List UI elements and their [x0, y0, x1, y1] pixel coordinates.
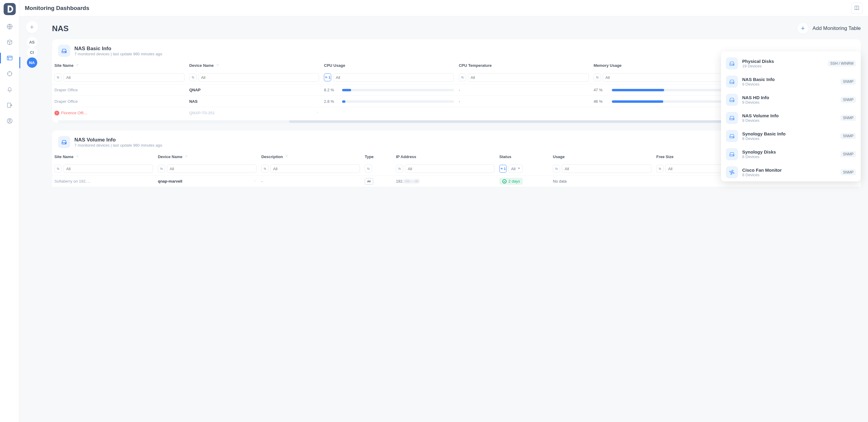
dropdown-item[interactable]: NAS Volume Info9 DevicesSNMP — [721, 109, 861, 127]
export-icon[interactable] — [5, 101, 14, 109]
dashboard-tabs: + ASCINA — [19, 16, 45, 422]
protocol-tag: SSH / WINRM — [828, 61, 856, 66]
protocol-tag: SNMP — [840, 78, 856, 85]
add-dashboard-button[interactable]: + — [26, 21, 38, 33]
protocol-tag: SNMP — [840, 133, 856, 139]
col-header[interactable]: Site Name — [55, 63, 73, 68]
filter-input[interactable] — [270, 164, 360, 173]
dropdown-subtitle: 9 Devices — [742, 118, 836, 123]
col-header[interactable]: Device Name — [189, 63, 214, 68]
dropdown-item[interactable]: Physical Disks19 DevicesSSH / WINRM — [721, 55, 861, 72]
dropdown-subtitle: 8 Devices — [742, 173, 836, 177]
col-header[interactable]: Usage — [553, 155, 565, 159]
sort-button[interactable] — [261, 165, 269, 173]
dropdown-title: Synology Basic Info — [742, 131, 836, 136]
sort-button[interactable] — [158, 165, 165, 173]
app-logo[interactable] — [4, 3, 16, 15]
panel-title: NAS Basic Info — [74, 46, 162, 52]
svg-point-11 — [733, 64, 734, 65]
filter-input[interactable] — [63, 73, 185, 82]
svg-point-21 — [733, 155, 734, 155]
sort-button[interactable] — [459, 73, 466, 81]
sort-button[interactable]: 1 — [499, 165, 506, 173]
dropdown-subtitle: 8 Devices — [742, 136, 836, 141]
filter-input[interactable] — [468, 73, 589, 82]
pin-icon[interactable] — [185, 155, 188, 159]
svg-point-4 — [9, 120, 10, 121]
drive-icon — [726, 148, 738, 160]
book-icon[interactable] — [851, 2, 863, 14]
filter-input[interactable] — [63, 164, 153, 173]
bell-icon[interactable] — [5, 85, 14, 94]
chevron-right-icon — [315, 111, 319, 115]
topbar: Monitoring Dashboards — [19, 0, 868, 16]
add-monitoring-table-button[interactable]: + Add Monitoring Table — [798, 23, 861, 34]
sort-button[interactable] — [55, 165, 62, 173]
tab-as[interactable]: AS — [27, 37, 37, 47]
user-icon[interactable] — [5, 117, 14, 125]
cube-icon[interactable] — [5, 38, 14, 46]
dropdown-item[interactable]: Cisco Fan Monitor8 DevicesSNMP — [721, 163, 861, 182]
svg-point-17 — [733, 119, 734, 119]
pin-icon[interactable] — [76, 155, 80, 159]
sort-button[interactable] — [594, 73, 601, 81]
col-header[interactable]: Free Size — [656, 155, 674, 159]
pin-icon[interactable] — [76, 63, 80, 68]
dropdown-item[interactable]: NAS Basic Info9 DevicesSNMP — [721, 72, 861, 91]
panel-subtitle: 7 monitored devices | last update 960 mi… — [74, 143, 162, 148]
dashboard-icon[interactable] — [5, 54, 14, 62]
col-header[interactable]: Device Name — [158, 155, 182, 159]
protocol-tag: SNMP — [840, 97, 856, 103]
sort-button[interactable] — [365, 165, 372, 173]
col-header[interactable]: Memory Usage — [594, 63, 621, 68]
filter-input[interactable] — [198, 73, 319, 82]
filter-input[interactable] — [333, 73, 454, 82]
col-header[interactable]: Site Name — [55, 155, 73, 159]
svg-point-7 — [65, 52, 66, 52]
sort-button[interactable] — [396, 165, 403, 173]
dropdown-item[interactable]: Synology Basic Info8 DevicesSNMP — [721, 127, 861, 145]
dropdown-title: Physical Disks — [742, 59, 824, 64]
target-icon[interactable] — [5, 69, 14, 78]
device-type-icon: AV — [365, 178, 373, 185]
status-badge: 2 days — [499, 178, 523, 185]
dropdown-title: Synology Disks — [742, 149, 836, 155]
filter-input[interactable] — [167, 164, 256, 173]
dropdown-title: Cisco Fan Monitor — [742, 167, 836, 173]
col-header[interactable]: Status — [499, 155, 512, 159]
dropdown-title: NAS Basic Info — [742, 77, 836, 82]
error-icon: ! — [55, 111, 59, 116]
panel-subtitle: 7 monitored devices | last update 960 mi… — [74, 52, 162, 56]
col-header[interactable]: IP Address — [396, 155, 416, 159]
pin-icon[interactable] — [285, 155, 289, 159]
col-header[interactable]: Type — [365, 155, 373, 159]
col-header[interactable]: CPU Temperature — [459, 63, 492, 68]
sort-button[interactable] — [55, 73, 62, 81]
drive-icon — [58, 136, 70, 148]
filter-input[interactable] — [405, 164, 495, 173]
dropdown-item[interactable]: Synology Disks8 DevicesSNMP — [721, 145, 861, 163]
filter-select[interactable]: All — [508, 164, 523, 173]
dropdown-item[interactable]: NAS HD Info9 DevicesSNMP — [721, 91, 861, 109]
filter-input[interactable] — [562, 164, 651, 173]
sort-button[interactable] — [189, 73, 196, 81]
col-header[interactable]: CPU Usage — [324, 63, 345, 68]
tab-ci[interactable]: CI — [27, 47, 37, 58]
page-title: NAS — [52, 24, 69, 33]
plus-icon: + — [798, 23, 808, 34]
dropdown-subtitle: 9 Devices — [742, 100, 836, 105]
sort-button[interactable]: 1 — [324, 73, 331, 81]
col-header[interactable]: Description — [261, 155, 283, 159]
filter-input[interactable] — [603, 73, 724, 82]
globe-icon[interactable] — [5, 22, 14, 31]
dropdown-subtitle: 9 Devices — [742, 82, 836, 87]
drive-icon — [726, 58, 738, 69]
tab-na[interactable]: NA — [27, 58, 37, 68]
dropdown-subtitle: 8 Devices — [742, 155, 836, 159]
sort-button[interactable] — [656, 165, 663, 173]
page-heading: Monitoring Dashboards — [25, 5, 89, 11]
pin-icon[interactable] — [216, 63, 220, 68]
sort-button[interactable] — [553, 165, 560, 173]
fan-icon — [726, 166, 738, 178]
svg-point-13 — [733, 83, 734, 83]
